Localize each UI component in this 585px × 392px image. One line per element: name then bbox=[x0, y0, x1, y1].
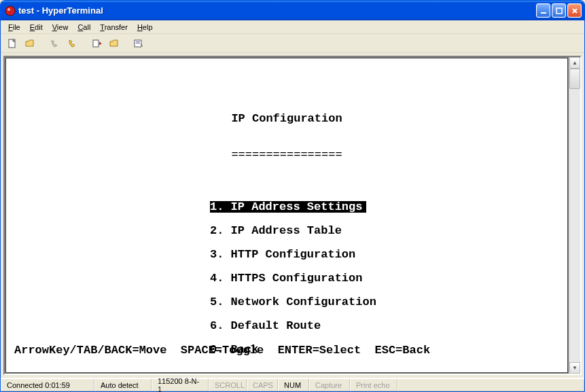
app-icon bbox=[5, 5, 16, 16]
menu-option-2[interactable]: 2. IP Address Table bbox=[210, 225, 561, 249]
menu-option-1[interactable]: 1. IP Address Settings bbox=[210, 201, 561, 225]
terminal[interactable]: IP Configuration ================ 1. IP … bbox=[5, 58, 568, 373]
screen-underline: ================ bbox=[13, 149, 561, 160]
menu-option-6[interactable]: 6. Default Route bbox=[210, 320, 561, 344]
maximize-button[interactable] bbox=[552, 3, 566, 18]
status-caps: CAPS bbox=[247, 378, 278, 391]
menubar: File Edit View Call Transfer Help bbox=[1, 20, 584, 34]
svg-point-1 bbox=[7, 8, 10, 11]
window-controls bbox=[536, 3, 582, 18]
menu-file[interactable]: File bbox=[3, 22, 25, 33]
svg-rect-3 bbox=[556, 8, 562, 14]
svg-rect-5 bbox=[93, 40, 99, 47]
toolbar bbox=[1, 34, 584, 53]
app-window: test - HyperTerminal File Edit View Call… bbox=[0, 0, 585, 392]
scroll-thumb[interactable] bbox=[569, 69, 580, 89]
statusbar: Connected 0:01:59 Auto detect 115200 8-N… bbox=[1, 378, 584, 391]
receive-file-icon[interactable] bbox=[107, 36, 122, 51]
status-autodetect: Auto detect bbox=[94, 378, 152, 391]
send-file-icon[interactable] bbox=[89, 36, 104, 51]
open-folder-icon[interactable] bbox=[22, 36, 37, 51]
terminal-frame: IP Configuration ================ 1. IP … bbox=[3, 56, 582, 375]
status-port: 115200 8-N-1 bbox=[152, 378, 209, 391]
status-num: NUM bbox=[278, 378, 309, 391]
client-area: IP Configuration ================ 1. IP … bbox=[1, 53, 584, 378]
svg-rect-7 bbox=[136, 41, 140, 42]
phone-disconnect-icon[interactable] bbox=[65, 36, 79, 51]
menu-option-label: 5. Network Configuration bbox=[210, 296, 376, 308]
menu-transfer[interactable]: Transfer bbox=[95, 22, 132, 33]
scroll-up-button[interactable]: ▲ bbox=[569, 57, 580, 69]
status-spacer bbox=[397, 378, 584, 391]
svg-rect-2 bbox=[541, 12, 546, 14]
status-scroll: SCROLL bbox=[209, 378, 247, 391]
screen-title: IP Configuration bbox=[13, 113, 561, 124]
menu-option-label: 6. Default Route bbox=[210, 320, 321, 332]
menu-edit[interactable]: Edit bbox=[25, 22, 48, 33]
titlebar[interactable]: test - HyperTerminal bbox=[1, 1, 584, 20]
menu-option-label: 2. IP Address Table bbox=[210, 225, 342, 236]
svg-point-0 bbox=[5, 6, 15, 16]
menu-option-4[interactable]: 4. HTTPS Configuration bbox=[210, 272, 561, 296]
terminal-content: IP Configuration ================ 1. IP … bbox=[6, 58, 567, 372]
help-line: ArrowKey/TAB/BACK=Move SPACE=Toggle ENTE… bbox=[14, 344, 430, 356]
menu-option-label: 4. HTTPS Configuration bbox=[210, 272, 362, 284]
svg-rect-8 bbox=[136, 43, 140, 43]
menu-option-5[interactable]: 5. Network Configuration bbox=[210, 296, 561, 320]
menu-option-3[interactable]: 3. HTTP Configuration bbox=[210, 249, 561, 272]
menu-help[interactable]: Help bbox=[132, 22, 158, 33]
vertical-scrollbar[interactable]: ▲ ▼ bbox=[569, 57, 580, 374]
menu-call[interactable]: Call bbox=[73, 22, 95, 33]
new-file-icon[interactable] bbox=[5, 36, 20, 51]
window-title: test - HyperTerminal bbox=[18, 5, 536, 16]
phone-connect-icon[interactable] bbox=[47, 36, 62, 51]
menu-option-label: 1. IP Address Settings bbox=[210, 201, 366, 213]
menu-view[interactable]: View bbox=[48, 22, 73, 33]
scroll-down-button[interactable]: ▼ bbox=[569, 362, 580, 374]
menu-option-label: 3. HTTP Configuration bbox=[210, 249, 355, 260]
close-button[interactable] bbox=[567, 3, 582, 18]
status-capture: Capture bbox=[309, 378, 350, 391]
menu-list: 1. IP Address Settings2. IP Address Tabl… bbox=[210, 201, 561, 368]
status-printecho: Print echo bbox=[350, 378, 397, 391]
minimize-button[interactable] bbox=[536, 3, 550, 18]
status-connection: Connected 0:01:59 bbox=[1, 378, 94, 391]
properties-icon[interactable] bbox=[131, 36, 146, 51]
